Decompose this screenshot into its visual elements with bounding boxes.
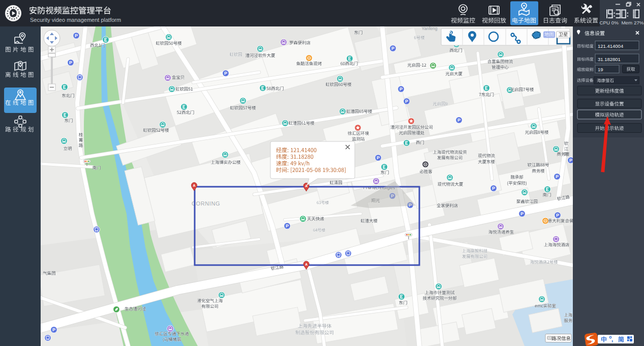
- svg-text:Yanfeng: Yanfeng: [421, 26, 437, 31]
- svg-text:P: P: [286, 223, 289, 228]
- svg-text:P: P: [400, 86, 403, 92]
- svg-text:19: 19: [598, 67, 603, 72]
- svg-text:A: A: [193, 184, 196, 187]
- svg-text:Security video management plat: Security video management platform: [30, 17, 121, 23]
- svg-text:CPU 0% Mem 27%: CPU 0% Mem 27%: [599, 20, 643, 25]
- svg-text:P: P: [391, 46, 394, 51]
- svg-text:P: P: [556, 213, 559, 218]
- svg-text:P: P: [569, 158, 572, 163]
- svg-text:31.182801: 31.182801: [598, 56, 621, 62]
- svg-text:P: P: [69, 60, 72, 65]
- svg-text:P: P: [377, 155, 380, 160]
- svg-text:P: P: [52, 327, 55, 332]
- svg-text:A: A: [305, 263, 308, 266]
- svg-text:,: ,: [611, 336, 613, 343]
- svg-text:P: P: [457, 118, 461, 123]
- svg-text:P: P: [520, 211, 524, 216]
- svg-text:P: P: [556, 174, 559, 179]
- svg-text:P: P: [224, 71, 227, 76]
- svg-text:P: P: [492, 186, 495, 191]
- svg-text:121.414004: 121.414004: [598, 43, 623, 49]
- svg-text:P: P: [405, 99, 408, 104]
- svg-text:P: P: [75, 33, 78, 38]
- svg-text:CORNING: CORNING: [192, 200, 220, 207]
